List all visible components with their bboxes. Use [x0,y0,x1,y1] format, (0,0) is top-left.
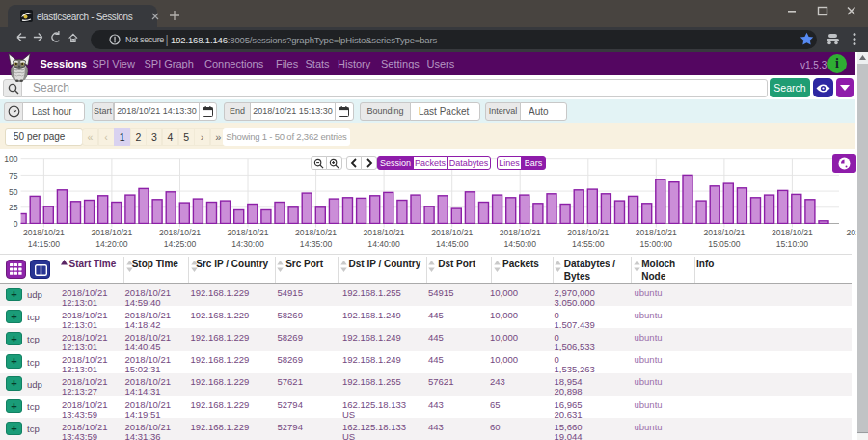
svg-text:2018/10/21: 2018/10/21 [500,228,541,237]
svg-text:2018/10/21: 2018/10/21 [567,228,609,237]
svg-text:2018/10/21: 2018/10/21 [846,228,856,237]
svg-text:50: 50 [9,187,18,197]
svg-text:2018/10/21: 2018/10/21 [364,228,405,237]
svg-text:2018/10/21: 2018/10/21 [23,228,65,237]
svg-text:2018/10/21: 2018/10/21 [295,228,337,237]
svg-text:25: 25 [9,203,18,212]
svg-text:0: 0 [14,219,18,229]
svg-text:14:30:00: 14:30:00 [231,239,264,249]
svg-text:14:20:00: 14:20:00 [95,239,128,249]
svg-text:14:15:00: 14:15:00 [28,239,61,249]
svg-text:2018/10/21: 2018/10/21 [636,228,677,237]
svg-text:14:25:00: 14:25:00 [164,239,197,249]
svg-text:14:45:00: 14:45:00 [436,239,469,249]
svg-text:15:05:00: 15:05:00 [708,239,741,249]
svg-text:15:10:00: 15:10:00 [776,239,809,249]
svg-text:14:35:00: 14:35:00 [300,239,333,249]
svg-text:14:40:00: 14:40:00 [367,239,400,249]
svg-text:14:50:00: 14:50:00 [503,239,536,249]
svg-text:2018/10/21: 2018/10/21 [159,228,201,237]
svg-text:2018/10/21: 2018/10/21 [91,228,132,237]
svg-text:75: 75 [9,171,18,180]
svg-text:2018/10/21: 2018/10/21 [703,228,745,237]
svg-text:14:55:00: 14:55:00 [572,239,605,249]
svg-text:2018/10/21: 2018/10/21 [431,228,473,237]
svg-text:2018/10/21: 2018/10/21 [772,228,813,237]
svg-text:15:00:00: 15:00:00 [640,239,673,249]
svg-text:100: 100 [4,154,18,164]
svg-text:2018/10/21: 2018/10/21 [227,228,268,237]
